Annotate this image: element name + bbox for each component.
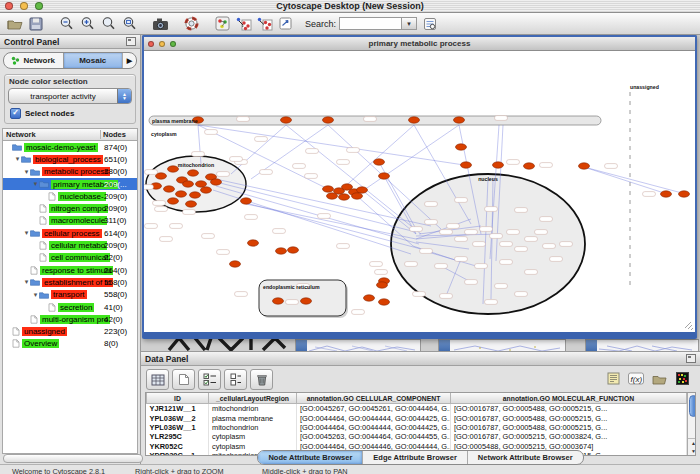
network-node[interactable] (241, 198, 252, 204)
network-node-label[interactable] (205, 130, 218, 135)
delete-attribute-icon[interactable] (250, 369, 273, 390)
table-cell[interactable]: mitochondrion (209, 404, 297, 414)
tree-row[interactable]: unassigned223(0) (3, 325, 137, 337)
tree-row[interactable]: ▾cellular process614(0) (3, 227, 137, 239)
network-node-label[interactable] (515, 247, 528, 252)
network-window-titlebar[interactable]: primary metabolic process (144, 37, 695, 51)
network-node[interactable] (679, 191, 690, 197)
new-attribute-icon[interactable] (172, 369, 195, 390)
tree-row[interactable]: response to stimulu264(0) (3, 264, 137, 276)
network-node-label[interactable] (455, 198, 468, 203)
network-node-label[interactable] (217, 172, 230, 177)
network-node-label[interactable] (237, 117, 250, 122)
network-node-label[interactable] (293, 164, 306, 169)
expand-arrow-icon[interactable]: ▾ (14, 155, 21, 163)
matrix-heatmap-icon[interactable] (672, 369, 692, 388)
network-node[interactable] (211, 179, 222, 185)
table-column-header[interactable]: _cellularLayoutRegion (209, 393, 297, 404)
network-node-label[interactable] (155, 207, 168, 212)
tab-mosaic[interactable]: Mosaic (64, 53, 123, 68)
table-cell[interactable]: [GO:0016787, GO:0005488, GO:0005215, G..… (451, 423, 687, 432)
tree-row[interactable]: ▾establishment of lo558(0) (3, 276, 137, 288)
network-node-label[interactable] (440, 294, 453, 299)
table-column-header[interactable]: annotation.GO MOLECULAR_FUNCTION (451, 393, 687, 404)
network-node[interactable] (352, 193, 363, 199)
table-row[interactable]: YPL036W__2plasma membrane[GO:0044464, GO… (147, 413, 687, 422)
network-node-label[interactable] (230, 157, 243, 162)
network-node-label[interactable] (217, 250, 230, 255)
function-builder-icon[interactable]: f(x) (626, 369, 646, 388)
network-node-label[interactable] (145, 224, 158, 229)
table-cell[interactable]: YJR121W__1 (147, 404, 209, 414)
help-lifesaver-icon[interactable] (182, 15, 201, 33)
network-node-label[interactable] (202, 234, 215, 239)
tree-row[interactable]: nitrogen compo209(0) (3, 202, 137, 214)
tree-row[interactable]: ▾metabolic process280(0) (3, 166, 137, 178)
network-node-label[interactable] (318, 214, 331, 219)
table-cell[interactable]: mitochondrion (209, 423, 297, 432)
tab-edge-attribute-browser[interactable]: Edge Attribute Browser (363, 451, 467, 464)
open-file-icon[interactable] (5, 15, 24, 33)
network-node-label[interactable] (560, 242, 573, 247)
tab-network[interactable]: Network (4, 53, 63, 68)
network-node[interactable] (327, 193, 338, 199)
network-node-label[interactable] (145, 170, 158, 175)
network-node[interactable] (379, 173, 390, 179)
network-node[interactable] (281, 117, 292, 123)
search-input[interactable] (339, 17, 401, 30)
table-cell[interactable]: [GO:0044464, GO:0044444, GO:0044425, G..… (297, 423, 451, 432)
tree-row[interactable]: mosaic-demo-yeast874(0) (3, 141, 137, 153)
network-node-label[interactable] (364, 117, 377, 122)
network-node[interactable] (524, 163, 535, 169)
network-node[interactable] (168, 166, 179, 172)
network-node-label[interactable] (425, 202, 438, 207)
network-node-label[interactable] (153, 201, 166, 206)
scrollbar-thumb[interactable] (689, 395, 696, 417)
table-cell[interactable]: [GO:0045267, GO:0045261, GO:0044464, G..… (297, 404, 451, 414)
network-node-label[interactable] (465, 280, 478, 285)
network-node[interactable] (379, 299, 390, 305)
network-node-label[interactable] (480, 227, 493, 232)
network-node-label[interactable] (352, 310, 365, 315)
network-node[interactable] (579, 163, 590, 169)
network-node-label[interactable] (500, 260, 513, 265)
search-go-icon[interactable] (420, 15, 439, 33)
network-node-label[interactable] (144, 185, 154, 190)
network-node-label[interactable] (543, 244, 556, 249)
table-scrollbar[interactable]: ▲▼ (687, 393, 696, 455)
network-node[interactable] (201, 187, 212, 193)
network-edge[interactable] (584, 167, 664, 193)
table-cell[interactable]: [GO:0016787, GO:0005215, GO:0003824, G..… (451, 432, 687, 441)
network-node-label[interactable] (525, 270, 538, 275)
vizmapper-icon[interactable] (213, 15, 232, 33)
network-node[interactable] (374, 159, 385, 165)
tree-row[interactable]: ▾primary metabolic209(... (3, 178, 137, 190)
tree-row[interactable]: secretion41(0) (3, 301, 137, 313)
network-node-label[interactable] (235, 292, 248, 297)
network-node-label[interactable] (535, 230, 548, 235)
network-node[interactable] (377, 282, 388, 288)
network-node[interactable] (196, 181, 207, 187)
select-all-attributes-icon[interactable] (198, 369, 221, 390)
tree-row[interactable]: macromolecule311(0) (3, 215, 137, 227)
network-window[interactable]: primary metabolic process plasma membran… (142, 35, 697, 339)
network-node-label[interactable] (525, 237, 538, 242)
network-edge[interactable] (231, 125, 286, 174)
search-dropdown-icon[interactable]: ▼ (401, 17, 417, 30)
background-window-3[interactable] (585, 339, 699, 351)
tree-row[interactable]: cellular metabo209(0) (3, 239, 137, 251)
resize-grip-icon[interactable] (685, 322, 693, 330)
network-node-label[interactable] (255, 137, 268, 142)
network-node-label[interactable] (160, 237, 173, 242)
network-node-label[interactable] (485, 300, 498, 305)
expand-arrow-icon[interactable]: ▾ (23, 168, 30, 176)
network-node[interactable] (357, 187, 368, 193)
network-node-label[interactable] (550, 257, 563, 262)
float-panel-icon[interactable] (126, 37, 136, 46)
attribute-table-grid[interactable]: ID_cellularLayoutRegionannotation.GO CEL… (146, 393, 687, 456)
layout-edges-icon[interactable] (255, 15, 274, 33)
network-node-label[interactable] (540, 217, 553, 222)
table-cell[interactable]: [GO:0045263, GO:0044464, GO:0044455, G..… (297, 432, 451, 441)
table-cell[interactable]: YLR295C (147, 432, 209, 441)
table-column-header[interactable]: annotation.GO CELLULAR_COMPONENT (297, 393, 451, 404)
